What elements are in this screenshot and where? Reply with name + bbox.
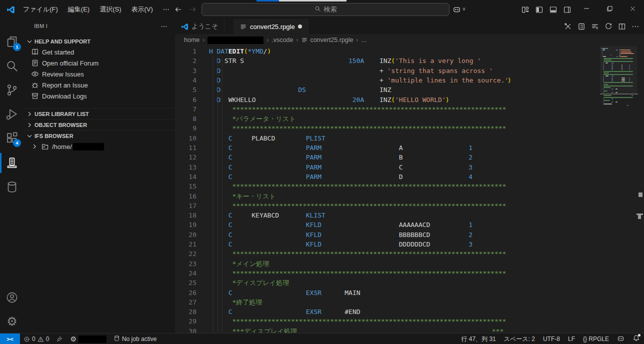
code-editor[interactable]: 1234567891011121314151617181920212223242…	[175, 46, 644, 333]
section-ifs-browser[interactable]: IFS BROWSER	[24, 130, 175, 141]
line-number[interactable]: 25	[175, 278, 196, 288]
code-line-25[interactable]: *ディスプレイ処理	[209, 278, 609, 288]
close-button[interactable]	[621, 0, 644, 19]
activity-run-and-debug[interactable]	[0, 102, 24, 126]
line-number[interactable]: 26	[175, 288, 196, 298]
code-line-1[interactable]: HDATEDIT(*YMD/)	[209, 46, 609, 56]
tab-ようこそ[interactable]: ようこそ	[175, 19, 224, 34]
code-line-22[interactable]: ****************************************…	[209, 249, 609, 258]
line-number[interactable]: 2	[175, 56, 196, 66]
clearlist-icon[interactable]	[591, 22, 599, 30]
job-status[interactable]: No job active	[110, 334, 160, 344]
refresh-icon[interactable]	[604, 22, 612, 30]
line-number[interactable]: 12	[175, 152, 196, 162]
status--rpgle[interactable]: {} RPGLE	[583, 336, 609, 342]
code-line-24[interactable]: ****************************************…	[209, 268, 609, 278]
line-number[interactable]: 7	[175, 104, 196, 114]
more-actions-icon[interactable]: ⋯	[632, 22, 639, 31]
activity-explorer[interactable]: 1	[0, 30, 24, 54]
nav-back-icon[interactable]	[174, 6, 182, 16]
line-number[interactable]: 3	[175, 66, 196, 76]
code-line-20[interactable]: CKFLDBBBBBBCD2	[209, 230, 609, 240]
code-line-19[interactable]: CKFLDAAAAAACD1	[209, 220, 609, 230]
activity-search[interactable]	[0, 54, 24, 78]
breadcrumb-item-convert25-rpgle[interactable]: convert25.rpgle	[301, 36, 353, 44]
code-line-11[interactable]: CPARMA1	[209, 143, 609, 152]
activity-extensions[interactable]: 4	[0, 126, 24, 150]
status-bell[interactable]	[632, 334, 640, 344]
code-line-13[interactable]: CPARMC3	[209, 162, 609, 172]
code-line-23[interactable]: *メイン処理	[209, 259, 609, 268]
menu-more[interactable]: ⋯	[158, 4, 174, 16]
line-number[interactable]: 14	[175, 172, 196, 182]
line-number[interactable]: 28	[175, 307, 196, 316]
activity-settings[interactable]: ⚙	[0, 310, 24, 334]
line-number[interactable]: 4	[175, 76, 196, 85]
activity-source-control[interactable]	[0, 78, 24, 102]
line-number[interactable]: 24	[175, 268, 196, 278]
breadcrumb-item--[interactable]: ...	[362, 36, 366, 44]
code-line-5[interactable]: DDSINZ	[209, 85, 609, 94]
sidebar-more-actions[interactable]: ⋯	[160, 22, 168, 30]
line-number[interactable]: 29	[175, 316, 196, 326]
line-number[interactable]: 11	[175, 143, 196, 152]
menu-2[interactable]: 選択(S)	[94, 4, 126, 16]
code-line-15[interactable]: ****************************************…	[209, 182, 609, 191]
activity-databases[interactable]	[0, 175, 24, 199]
activity-accounts[interactable]	[0, 286, 24, 310]
connection-plug[interactable]	[52, 334, 66, 344]
nav-forward-icon[interactable]	[189, 6, 197, 16]
breadcrumb-item-home[interactable]: home	[184, 36, 200, 44]
code-line-14[interactable]: CPARMD4	[209, 172, 609, 182]
line-number[interactable]: 27	[175, 298, 196, 307]
tools-icon[interactable]	[564, 22, 572, 30]
line-number[interactable]: 13	[175, 162, 196, 172]
sidebar-item-review-issues[interactable]: Review Issues	[24, 68, 175, 80]
line-number[interactable]: 22	[175, 249, 196, 258]
line-number[interactable]: 9	[175, 124, 196, 133]
activity-ibm-i[interactable]	[0, 151, 24, 175]
line-number[interactable]: 20	[175, 230, 196, 240]
sidebar-item-report-an-issue[interactable]: Report an Issue	[24, 80, 175, 90]
line-number[interactable]: 6	[175, 95, 196, 104]
status--2[interactable]: スペース: 2	[504, 335, 535, 344]
code-line-4[interactable]: D+'multiple lines in the source.')	[209, 76, 609, 85]
code-line-16[interactable]: *キー・リスト	[209, 192, 609, 201]
toggle-secondary-sidebar-icon[interactable]	[563, 6, 572, 14]
status--47-31[interactable]: 行 47、列 31	[461, 335, 496, 344]
toggle-sidebar-icon[interactable]	[535, 6, 544, 14]
menu-1[interactable]: 編集(E)	[63, 4, 94, 16]
tab-convert25.rpgle[interactable]: convert25.rpgle	[234, 19, 308, 34]
customize-layout-icon[interactable]	[521, 6, 530, 14]
minimize-button[interactable]	[575, 0, 598, 19]
line-number[interactable]: 23	[175, 259, 196, 268]
menu-0[interactable]: ファイル(F)	[18, 4, 63, 16]
code-line-28[interactable]: CEXSR#END	[209, 307, 609, 316]
code-line-10[interactable]: CPLABCDPLIST	[209, 134, 609, 143]
problems-status[interactable]: 00	[20, 334, 52, 344]
restore-button[interactable]	[598, 0, 621, 19]
sidebar-item-download-logs[interactable]: Download Logs	[24, 90, 175, 102]
command-center-search[interactable]: 検索	[202, 3, 450, 16]
line-number[interactable]: 8	[175, 114, 196, 124]
toggle-panel-icon[interactable]	[549, 6, 558, 14]
card-icon[interactable]	[578, 22, 586, 30]
remote-indicator[interactable]: ><	[0, 334, 20, 344]
code-line-18[interactable]: CKEYABCDKLIST	[209, 210, 609, 220]
code-line-27[interactable]: *終了処理	[209, 298, 609, 307]
modified-dot[interactable]	[298, 24, 302, 28]
code-line-30[interactable]: ***ディスプレイ処理***	[209, 326, 609, 333]
line-number[interactable]: 16	[175, 192, 196, 201]
menu-3[interactable]: 表示(V)	[126, 4, 158, 16]
code-line-3[interactable]: D+'string that spans across '	[209, 66, 609, 76]
code-line-9[interactable]: ****************************************…	[209, 124, 609, 133]
code-line-6[interactable]: DWKHELLO20AINZ('HELLO WORLD')	[209, 95, 609, 104]
split-icon[interactable]	[618, 22, 626, 30]
minimap[interactable]	[601, 46, 637, 333]
connection-settings[interactable]: ⚙	[66, 334, 110, 344]
sidebar-item--home-[interactable]: /home/	[24, 141, 175, 152]
section-user-library-list[interactable]: USER LIBRARY LIST	[24, 108, 175, 119]
line-number[interactable]: 15	[175, 182, 196, 191]
line-number[interactable]: 17	[175, 201, 196, 210]
line-number[interactable]: 5	[175, 85, 196, 94]
